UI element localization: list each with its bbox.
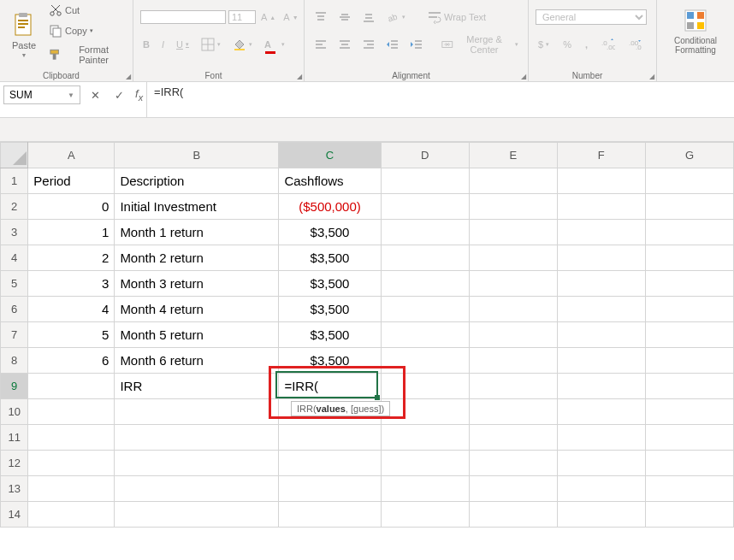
paste-button[interactable]: Paste ▼	[7, 9, 41, 60]
name-box[interactable]: SUM ▼	[3, 85, 80, 104]
cell[interactable]	[469, 322, 557, 348]
cell[interactable]	[28, 476, 115, 502]
number-launcher-icon[interactable]: ◢	[649, 73, 654, 80]
row-header-10[interactable]: 10	[1, 399, 28, 425]
cell-C1[interactable]: Cashflows	[279, 168, 381, 194]
cell[interactable]	[381, 502, 469, 528]
col-header-B[interactable]: B	[115, 143, 279, 168]
cell-C8[interactable]: $3,500	[279, 348, 381, 374]
cell[interactable]	[469, 451, 557, 476]
cell[interactable]	[645, 476, 733, 502]
align-left-icon[interactable]	[311, 36, 330, 53]
row-header-7[interactable]: 7	[1, 322, 28, 348]
cell[interactable]	[645, 451, 733, 476]
increase-font-icon[interactable]: A▲	[258, 10, 278, 24]
italic-button[interactable]: I	[159, 38, 167, 51]
row-header-13[interactable]: 13	[1, 476, 28, 502]
cell[interactable]	[557, 348, 645, 374]
cell[interactable]	[469, 348, 557, 374]
col-header-E[interactable]: E	[469, 143, 557, 168]
cell[interactable]	[381, 297, 469, 322]
cell[interactable]	[381, 168, 469, 194]
cell[interactable]	[115, 425, 279, 451]
font-name-input[interactable]	[140, 10, 226, 24]
cell[interactable]	[645, 425, 733, 451]
cell[interactable]	[28, 451, 115, 476]
cell-B5[interactable]: Month 3 return	[115, 271, 279, 297]
name-box-dropdown-icon[interactable]: ▼	[68, 91, 74, 99]
cancel-formula-button[interactable]: ✕	[87, 89, 103, 102]
worksheet-grid[interactable]: A B C D E F G 1 Period Description Cashf…	[0, 142, 734, 528]
fill-color-button[interactable]: ▾	[230, 36, 255, 53]
row-header-3[interactable]: 3	[1, 220, 28, 245]
cell-C6[interactable]: $3,500	[279, 297, 381, 322]
cell-B7[interactable]: Month 5 return	[115, 322, 279, 348]
cell[interactable]	[557, 399, 645, 425]
cell[interactable]	[469, 245, 557, 271]
fx-icon[interactable]: fx	[135, 87, 143, 103]
cell-A5[interactable]: 3	[28, 271, 115, 297]
cell-C5[interactable]: $3,500	[279, 271, 381, 297]
row-header-5[interactable]: 5	[1, 271, 28, 297]
cell-C3[interactable]: $3,500	[279, 220, 381, 245]
cell[interactable]	[115, 399, 279, 425]
align-bottom-icon[interactable]	[359, 9, 378, 26]
cell-A9[interactable]	[28, 374, 115, 399]
row-header-14[interactable]: 14	[1, 502, 28, 528]
cell[interactable]	[115, 476, 279, 502]
underline-button[interactable]: U ▾	[174, 38, 192, 51]
cell-B1[interactable]: Description	[115, 168, 279, 194]
accounting-format-button[interactable]: $ ▾	[536, 38, 552, 51]
cell[interactable]	[557, 220, 645, 245]
enter-formula-button[interactable]: ✓	[111, 89, 127, 102]
cell[interactable]	[557, 374, 645, 399]
bold-button[interactable]: B	[140, 38, 152, 51]
percent-format-button[interactable]: %	[560, 38, 574, 51]
cell-C2[interactable]: ($500,000)	[279, 194, 381, 220]
increase-indent-icon[interactable]	[407, 36, 426, 53]
cell-B2[interactable]: Initial Investment	[115, 194, 279, 220]
col-header-D[interactable]: D	[381, 143, 469, 168]
cell-B9[interactable]: IRR	[115, 374, 279, 399]
cell-C7[interactable]: $3,500	[279, 322, 381, 348]
align-middle-icon[interactable]	[335, 9, 354, 26]
row-header-4[interactable]: 4	[1, 245, 28, 271]
row-header-8[interactable]: 8	[1, 348, 28, 374]
cell[interactable]	[645, 220, 733, 245]
cell-A6[interactable]: 4	[28, 297, 115, 322]
cell[interactable]	[645, 194, 733, 220]
cell[interactable]	[645, 322, 733, 348]
cell[interactable]	[645, 271, 733, 297]
cell-C4[interactable]: $3,500	[279, 245, 381, 271]
cell[interactable]	[645, 297, 733, 322]
align-top-icon[interactable]	[311, 9, 330, 26]
cell[interactable]	[28, 425, 115, 451]
cell[interactable]	[557, 194, 645, 220]
cell[interactable]	[557, 476, 645, 502]
cell[interactable]	[557, 168, 645, 194]
decrease-indent-icon[interactable]	[383, 36, 402, 53]
orientation-button[interactable]: ab▾	[383, 9, 408, 26]
increase-decimal-button[interactable]: .0.00	[599, 36, 618, 53]
cell[interactable]	[115, 502, 279, 528]
cell[interactable]	[557, 502, 645, 528]
cell[interactable]	[469, 194, 557, 220]
cell[interactable]	[645, 502, 733, 528]
row-header-12[interactable]: 12	[1, 451, 28, 476]
cell[interactable]	[381, 374, 469, 399]
cell[interactable]	[381, 348, 469, 374]
merge-center-button[interactable]: Merge & Center ▾	[439, 32, 521, 56]
col-header-A[interactable]: A	[28, 143, 115, 168]
cell[interactable]	[645, 348, 733, 374]
cell[interactable]	[469, 502, 557, 528]
cell-A7[interactable]: 5	[28, 322, 115, 348]
cell[interactable]	[469, 220, 557, 245]
row-header-6[interactable]: 6	[1, 297, 28, 322]
cell[interactable]	[557, 271, 645, 297]
copy-button[interactable]: Copy ▾	[46, 22, 126, 39]
row-header-9[interactable]: 9	[1, 374, 28, 399]
cell-B8[interactable]: Month 6 return	[115, 348, 279, 374]
cell-A8[interactable]: 6	[28, 348, 115, 374]
borders-button[interactable]: ▾	[198, 36, 223, 53]
comma-format-button[interactable]: ,	[583, 38, 590, 51]
